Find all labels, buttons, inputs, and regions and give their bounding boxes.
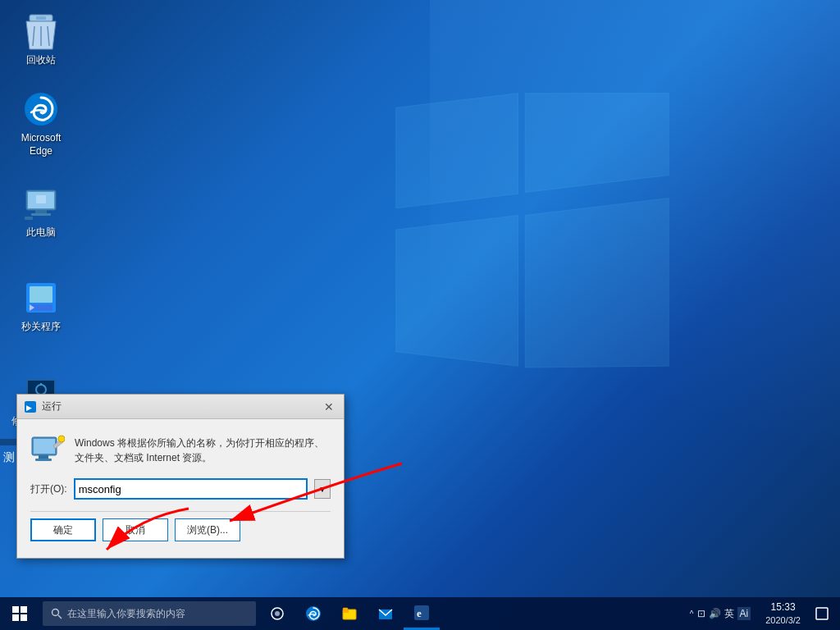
svg-marker-0 — [396, 94, 518, 208]
run-cancel-button[interactable]: 取消 — [103, 518, 168, 541]
task-view-icon — [270, 606, 285, 621]
svg-marker-1 — [525, 94, 669, 193]
desktop-icon-recycle-bin[interactable]: 回收站 — [8, 8, 74, 71]
svg-rect-13 — [35, 210, 47, 213]
run-browse-button[interactable]: 浏览(B)... — [175, 518, 240, 541]
svg-rect-16 — [36, 195, 46, 203]
svg-text:e: e — [417, 607, 422, 619]
system-tray: ^ ⊡ 🔊 英 Ai — [683, 607, 757, 621]
edge-label: MicrosoftEdge — [21, 132, 62, 158]
run-input-wrapper — [74, 478, 308, 500]
notification-button[interactable] — [809, 597, 835, 630]
taskbar-edge-button[interactable] — [295, 597, 331, 630]
run-titlebar: ▶ 运行 ✕ — [17, 395, 344, 419]
recycle-bin-label: 回收站 — [26, 54, 56, 67]
side-label: 测 — [0, 439, 18, 445]
edge-icon — [21, 89, 61, 129]
run-close-button[interactable]: ✕ — [321, 399, 337, 415]
start-button[interactable] — [0, 597, 39, 630]
clock[interactable]: 15:33 2020/3/2 — [757, 600, 809, 627]
svg-rect-6 — [36, 16, 46, 20]
svg-text:▶: ▶ — [26, 404, 32, 412]
this-pc-icon — [21, 184, 61, 223]
run-buttons-row: 确定 取消 浏览(B)... — [30, 511, 331, 545]
run-dialog-body: Windows 将根据你所输入的名称，为你打开相应的程序、 文件夹、文档或 In… — [17, 419, 344, 558]
run-input-field[interactable] — [75, 480, 306, 498]
desktop-icon-shortcut-prog[interactable]: 秒关程序 — [8, 275, 74, 337]
recycle-bin-icon — [21, 11, 61, 51]
search-icon — [51, 608, 62, 619]
svg-marker-2 — [396, 216, 518, 367]
shortcut-prog-icon — [21, 278, 61, 317]
run-dialog-title: 运行 — [42, 399, 62, 413]
taskbar-explorer-icon — [341, 605, 358, 622]
run-dialog-icon: ▶ — [24, 400, 37, 413]
taskbar-ie-icon: e — [413, 605, 430, 621]
svg-point-33 — [58, 436, 65, 442]
tray-language-icon[interactable]: 英 — [724, 607, 734, 621]
svg-point-36 — [52, 609, 59, 616]
taskbar-search-bar[interactable]: 在这里输入你要搜索的内容 — [43, 601, 256, 626]
notification-icon — [815, 607, 829, 620]
run-confirm-button[interactable]: 确定 — [30, 518, 96, 541]
taskbar-right: ^ ⊡ 🔊 英 Ai 15:33 2020/3/2 — [683, 597, 840, 630]
desktop-icon-this-pc[interactable]: 此电脑 — [8, 180, 74, 243]
taskbar-mail-button[interactable] — [368, 597, 404, 630]
taskbar-edge-icon — [305, 605, 322, 622]
svg-rect-15 — [25, 217, 33, 220]
tray-volume-icon[interactable]: 🔊 — [709, 608, 721, 619]
clock-date: 2020/3/2 — [765, 614, 801, 627]
run-input-label: 打开(O): — [30, 482, 67, 496]
this-pc-label: 此电脑 — [26, 226, 56, 240]
windows-logo-icon — [12, 606, 27, 621]
task-view-button[interactable] — [259, 597, 295, 630]
svg-rect-43 — [343, 608, 348, 610]
taskbar-mail-icon — [377, 605, 394, 622]
svg-line-37 — [58, 615, 62, 619]
run-dropdown-button[interactable]: ▼ — [314, 479, 331, 499]
shortcut-prog-label: 秒关程序 — [21, 321, 61, 334]
run-dialog: ▶ 运行 ✕ Windows 将根据你所输入的名称，为 — [16, 394, 345, 559]
tray-expand-icon[interactable]: ^ — [690, 609, 694, 619]
desktop-icon-edge[interactable]: MicrosoftEdge — [8, 86, 74, 161]
svg-rect-47 — [816, 608, 828, 619]
desktop: 回收站 MicrosoftEdge 此电脑 — [0, 0, 840, 630]
svg-marker-3 — [525, 199, 669, 368]
svg-point-39 — [275, 611, 280, 616]
taskbar-ie-button[interactable]: e — [404, 597, 440, 630]
svg-rect-30 — [34, 439, 55, 454]
search-placeholder-text: 在这里输入你要搜索的内容 — [67, 607, 185, 621]
taskbar-explorer-button[interactable] — [331, 597, 368, 630]
taskbar: 在这里输入你要搜索的内容 — [0, 597, 840, 630]
windows-logo-watermark — [389, 66, 676, 394]
svg-rect-32 — [35, 459, 52, 461]
svg-rect-14 — [31, 213, 51, 216]
clock-time: 15:33 — [771, 600, 796, 614]
tray-ime-label[interactable]: Ai — [737, 607, 751, 620]
run-icon — [30, 432, 65, 467]
run-dialog-description: Windows 将根据你所输入的名称，为你打开相应的程序、 文件夹、文档或 In… — [75, 432, 331, 465]
svg-rect-18 — [30, 286, 52, 303]
tray-network-icon[interactable]: ⊡ — [697, 608, 705, 619]
svg-rect-31 — [39, 455, 48, 459]
